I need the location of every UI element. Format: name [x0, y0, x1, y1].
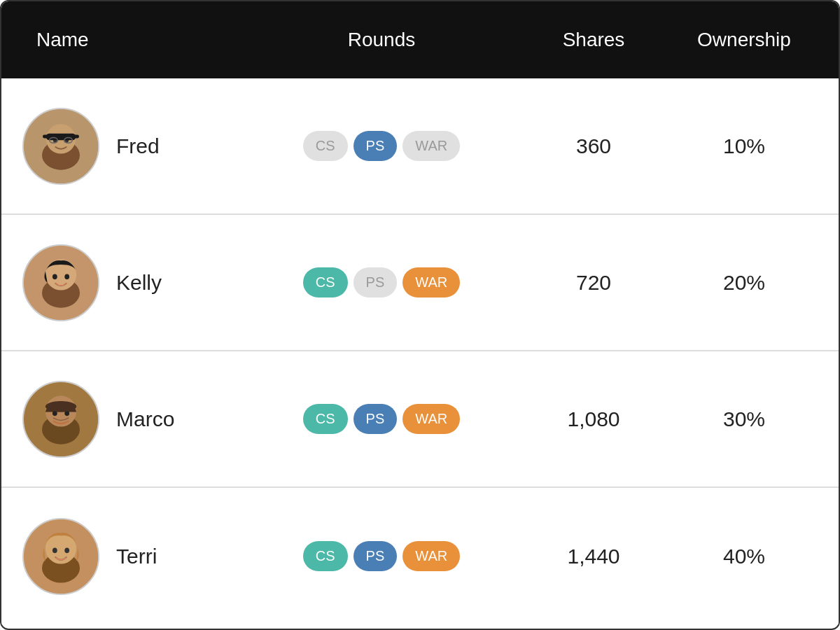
ownership-cell-fred: 10% — [664, 134, 825, 158]
badge-ps-fred[interactable]: PS — [354, 131, 398, 161]
badge-cs-terri[interactable]: CS — [303, 541, 348, 571]
svg-point-25 — [64, 547, 69, 553]
badge-cs-fred[interactable]: CS — [303, 131, 348, 161]
name-cell-marco: Marco — [15, 381, 239, 458]
table-row: TerriCSPSWAR1,44040% — [1, 488, 839, 624]
svg-point-14 — [64, 274, 69, 279]
name-cell-fred: Fred — [15, 108, 239, 185]
shares-cell-fred: 360 — [524, 134, 664, 158]
badge-ps-marco[interactable]: PS — [354, 404, 398, 434]
svg-point-13 — [52, 274, 57, 279]
table-body: FredCSPSWAR36010% KellyCSPSWAR72020% Mar… — [1, 78, 839, 624]
name-cell-terri: Terri — [15, 518, 239, 595]
header-ownership: Ownership — [664, 29, 825, 51]
ownership-cell-terri: 40% — [664, 545, 825, 568]
avatar-terri — [22, 518, 99, 595]
table-row: FredCSPSWAR36010% — [1, 78, 839, 215]
person-name-fred: Fred — [116, 134, 160, 158]
person-name-terri: Terri — [116, 545, 157, 568]
person-name-kelly: Kelly — [116, 271, 162, 295]
header-name: Name — [15, 29, 239, 51]
person-name-marco: Marco — [116, 407, 174, 431]
shares-cell-marco: 1,080 — [524, 407, 664, 431]
avatar-fred — [22, 108, 99, 185]
rounds-cell-kelly: CSPSWAR — [239, 267, 524, 298]
stakeholder-table: Name Rounds Shares Ownership FredCSPSWAR… — [0, 0, 840, 630]
table-row: MarcoCSPSWAR1,08030% — [1, 351, 839, 488]
svg-point-24 — [52, 547, 57, 553]
badge-war-terri[interactable]: WAR — [402, 541, 460, 571]
badge-ps-kelly[interactable]: PS — [354, 267, 398, 298]
badge-war-marco[interactable]: WAR — [402, 404, 460, 434]
header-rounds: Rounds — [239, 29, 524, 51]
badge-ps-terri[interactable]: PS — [354, 541, 398, 571]
ownership-cell-marco: 30% — [664, 407, 825, 431]
avatar-marco — [22, 381, 99, 458]
badge-war-kelly[interactable]: WAR — [402, 267, 460, 298]
ownership-cell-kelly: 20% — [664, 271, 825, 295]
rounds-cell-terri: CSPSWAR — [239, 541, 524, 571]
badge-cs-kelly[interactable]: CS — [303, 267, 348, 298]
table-row: KellyCSPSWAR72020% — [1, 215, 839, 351]
badge-war-fred[interactable]: WAR — [402, 131, 460, 161]
shares-cell-terri: 1,440 — [524, 545, 664, 568]
name-cell-kelly: Kelly — [15, 244, 239, 321]
rounds-cell-fred: CSPSWAR — [239, 131, 524, 161]
badge-cs-marco[interactable]: CS — [303, 404, 348, 434]
header-shares: Shares — [524, 29, 664, 51]
table-header: Name Rounds Shares Ownership — [1, 1, 839, 78]
svg-point-20 — [46, 400, 76, 411]
shares-cell-kelly: 720 — [524, 271, 664, 295]
rounds-cell-marco: CSPSWAR — [239, 404, 524, 434]
avatar-kelly — [22, 244, 99, 321]
